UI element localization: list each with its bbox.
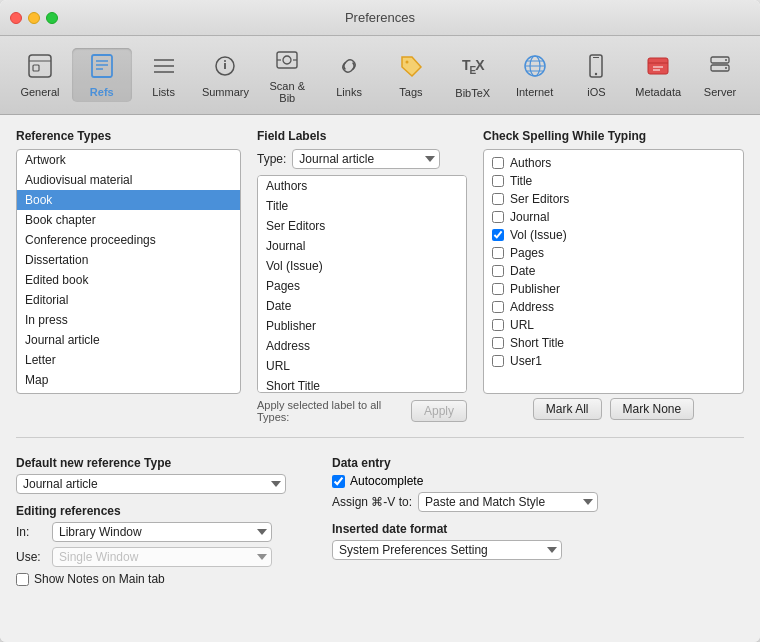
toolbar-item-tags[interactable]: Tags	[381, 48, 441, 102]
field-list-item[interactable]: Authors	[258, 176, 466, 196]
toolbar-item-general[interactable]: General	[10, 48, 70, 102]
toolbar-item-ios[interactable]: iOS	[566, 48, 626, 102]
field-labels-title: Field Labels	[257, 129, 467, 143]
spell-label: Publisher	[510, 282, 560, 296]
spell-item: Publisher	[484, 280, 743, 298]
use-label: Use:	[16, 550, 46, 564]
mark-none-button[interactable]: Mark None	[610, 398, 695, 420]
toolbar-item-internet[interactable]: Internet	[505, 48, 565, 102]
field-list-item[interactable]: URL	[258, 356, 466, 376]
spell-item: Vol (Issue)	[484, 226, 743, 244]
top-section: Reference Types ArtworkAudiovisual mater…	[16, 129, 744, 423]
spell-checkbox[interactable]	[492, 157, 504, 169]
field-list-item[interactable]: Date	[258, 296, 466, 316]
autocomplete-label: Autocomplete	[350, 474, 423, 488]
toolbar: General Refs List	[0, 36, 760, 115]
default-ref-select[interactable]: Journal articleBookBook chapterArtwork	[16, 474, 286, 494]
toolbar-item-summary[interactable]: Summary	[196, 48, 256, 102]
field-list-item[interactable]: Title	[258, 196, 466, 216]
field-list-item[interactable]: Address	[258, 336, 466, 356]
minimize-button[interactable]	[28, 12, 40, 24]
toolbar-item-bibtex[interactable]: TEX BibTeX	[443, 47, 503, 103]
spell-checkbox[interactable]	[492, 355, 504, 367]
spell-label: Address	[510, 300, 554, 314]
date-format-title: Inserted date format	[332, 522, 744, 536]
field-list-item[interactable]: Ser Editors	[258, 216, 466, 236]
ref-type-item[interactable]: In press	[17, 310, 240, 330]
toolbar-item-scan-bib[interactable]: Scan & Bib	[257, 42, 317, 108]
ref-type-item[interactable]: Book	[17, 190, 240, 210]
spell-item: Short Title	[484, 334, 743, 352]
show-notes-row: Show Notes on Main tab	[16, 572, 316, 586]
autocomplete-checkbox[interactable]	[332, 475, 345, 488]
maximize-button[interactable]	[46, 12, 58, 24]
toolbar-item-links[interactable]: Links	[319, 48, 379, 102]
spell-checkbox[interactable]	[492, 211, 504, 223]
bibtex-icon: TEX	[462, 51, 484, 85]
ref-type-item[interactable]: Dissertation	[17, 250, 240, 270]
links-icon	[335, 52, 363, 84]
spell-label: Date	[510, 264, 535, 278]
editing-refs-section: Editing references In: Library WindowNew…	[16, 504, 316, 586]
left-bottom: Default new reference Type Journal artic…	[16, 456, 316, 586]
toolbar-item-refs[interactable]: Refs	[72, 48, 132, 102]
spell-label: Authors	[510, 156, 551, 170]
spell-item: Date	[484, 262, 743, 280]
type-select[interactable]: Journal articleBookBook chapterArtworkAu…	[292, 149, 440, 169]
field-list[interactable]: AuthorsTitleSer EditorsJournalVol (Issue…	[257, 175, 467, 393]
field-list-item[interactable]: Vol (Issue)	[258, 256, 466, 276]
ref-type-item[interactable]: Map	[17, 370, 240, 390]
svg-point-12	[224, 60, 226, 62]
spell-label: Ser Editors	[510, 192, 569, 206]
ref-type-item[interactable]: Edited book	[17, 270, 240, 290]
spell-checkbox[interactable]	[492, 175, 504, 187]
spell-checkbox[interactable]	[492, 193, 504, 205]
traffic-lights	[10, 12, 58, 24]
field-list-item[interactable]: Publisher	[258, 316, 466, 336]
svg-point-24	[595, 73, 597, 75]
ref-type-item[interactable]: Journal article	[17, 330, 240, 350]
toolbar-label-ios: iOS	[587, 86, 605, 98]
svg-point-32	[725, 59, 727, 61]
toolbar-item-metadata[interactable]: Metadata	[628, 48, 688, 102]
spell-label: URL	[510, 318, 534, 332]
field-list-item[interactable]: Short Title	[258, 376, 466, 393]
assign-row: Assign ⌘-V to: Paste and Match StylePast…	[332, 492, 744, 512]
ref-type-item[interactable]: Artwork	[17, 150, 240, 170]
spell-checkbox[interactable]	[492, 229, 504, 241]
use-select[interactable]: Single WindowMultiple Windows	[52, 547, 272, 567]
apply-button[interactable]: Apply	[411, 400, 467, 422]
right-bottom: Data entry Autocomplete Assign ⌘-V to: P…	[332, 456, 744, 586]
spell-checkbox[interactable]	[492, 283, 504, 295]
mark-all-button[interactable]: Mark All	[533, 398, 602, 420]
field-labels-section: Field Labels Type: Journal articleBookBo…	[257, 129, 467, 423]
toolbar-label-scan-bib: Scan & Bib	[263, 80, 311, 104]
spell-checkbox[interactable]	[492, 301, 504, 313]
spell-label: Title	[510, 174, 532, 188]
ref-type-item[interactable]: Audiovisual material	[17, 170, 240, 190]
spell-checkbox[interactable]	[492, 319, 504, 331]
spell-checkbox[interactable]	[492, 265, 504, 277]
toolbar-label-general: General	[20, 86, 59, 98]
show-notes-checkbox[interactable]	[16, 573, 29, 586]
toolbar-item-server[interactable]: Server	[690, 48, 750, 102]
scan-icon	[273, 46, 301, 78]
field-list-item[interactable]: Journal	[258, 236, 466, 256]
ref-type-item[interactable]: Book chapter	[17, 210, 240, 230]
reference-types-list[interactable]: ArtworkAudiovisual materialBookBook chap…	[16, 149, 241, 394]
internet-icon	[521, 52, 549, 84]
in-select[interactable]: Library WindowNew Window	[52, 522, 272, 542]
close-button[interactable]	[10, 12, 22, 24]
titlebar: Preferences	[0, 0, 760, 36]
assign-select[interactable]: Paste and Match StylePaste	[418, 492, 598, 512]
field-list-item[interactable]: Pages	[258, 276, 466, 296]
ref-type-item[interactable]: Letter	[17, 350, 240, 370]
svg-point-33	[725, 67, 727, 69]
ref-type-item[interactable]: Editorial	[17, 290, 240, 310]
spell-checkbox[interactable]	[492, 247, 504, 259]
date-format-select[interactable]: System Preferences SettingShortMediumLon…	[332, 540, 562, 560]
spell-checkbox[interactable]	[492, 337, 504, 349]
toolbar-item-lists[interactable]: Lists	[134, 48, 194, 102]
svg-rect-2	[33, 65, 39, 71]
ref-type-item[interactable]: Conference proceedings	[17, 230, 240, 250]
